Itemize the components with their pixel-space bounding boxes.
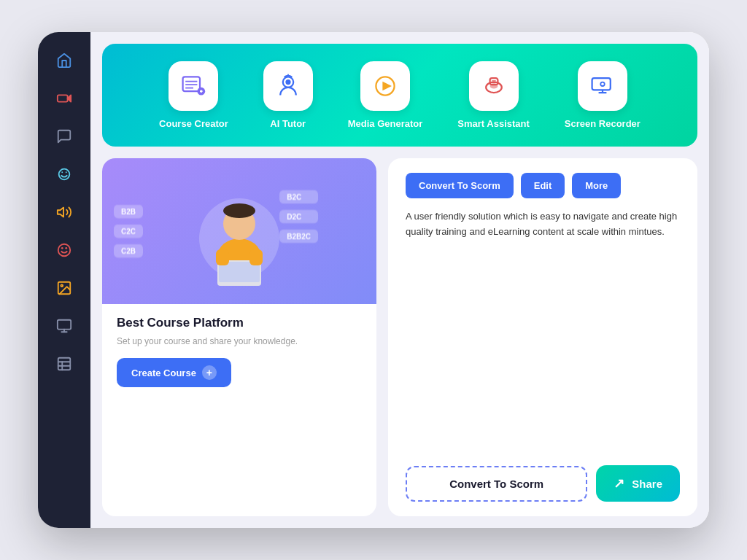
card-body: Best Course Platform Set up your course … [102, 304, 376, 516]
description-text: A user friendly solution which is easy t… [406, 209, 680, 240]
top-banner: Course Creator AI Tutor [102, 44, 697, 147]
screen-recorder-label: Screen Recorder [565, 118, 640, 129]
svg-point-26 [285, 79, 290, 85]
card-subtitle: Set up your course and share your knowle… [117, 335, 362, 348]
create-course-button[interactable]: Create Course + [117, 358, 231, 387]
screen-recorder-icon-wrapper [578, 61, 627, 111]
main-content: Course Creator AI Tutor [90, 32, 709, 528]
svg-point-39 [601, 83, 604, 86]
sidebar-icon-home[interactable] [49, 45, 80, 76]
action-buttons: Convert To Scorm Edit More [406, 173, 680, 198]
sidebar-icon-bubble[interactable] [49, 159, 80, 190]
bottom-actions: Convert To Scorm ↗ Share [406, 465, 680, 502]
device-frame: Course Creator AI Tutor [38, 32, 709, 528]
sidebar-icon-audio[interactable] [49, 197, 80, 228]
media-generator-label: Media Generator [348, 118, 423, 129]
ai-tutor-icon-wrapper [263, 61, 313, 111]
create-course-label: Create Course [131, 368, 196, 378]
svg-rect-46 [216, 249, 229, 265]
tool-ai-tutor[interactable]: AI Tutor [263, 61, 313, 129]
tool-smart-assistant[interactable]: Smart Assistant [457, 61, 530, 129]
share-label: Share [632, 478, 662, 490]
edit-button[interactable]: Edit [521, 173, 565, 198]
course-creator-icon-wrapper [169, 61, 218, 111]
svg-point-43 [223, 203, 255, 218]
tool-course-creator[interactable]: Course Creator [159, 61, 228, 129]
tool-media-generator[interactable]: Media Generator [348, 61, 423, 129]
svg-point-10 [61, 284, 63, 287]
more-button[interactable]: More [572, 173, 621, 198]
smart-assistant-label: Smart Assistant [457, 118, 530, 129]
svg-rect-47 [249, 249, 263, 265]
sidebar-icon-monitor[interactable] [49, 311, 80, 341]
svg-point-6 [58, 244, 71, 257]
card-image: B2B C2C C2B B2C D2C B2B2C [102, 158, 376, 304]
person-illustration [188, 173, 290, 289]
ai-tutor-label: AI Tutor [270, 118, 306, 129]
tag-c2b: C2B [114, 244, 143, 258]
media-generator-icon-wrapper [360, 61, 410, 111]
sidebar-icon-chat[interactable] [49, 121, 80, 152]
smart-assistant-icon-wrapper [469, 61, 519, 111]
svg-rect-14 [58, 358, 71, 370]
course-creator-label: Course Creator [159, 118, 228, 129]
share-icon: ↗ [614, 475, 624, 491]
sidebar [38, 32, 90, 528]
convert-to-scorm-button[interactable]: Convert To Scorm [406, 173, 514, 198]
convert-scorm-outline-button[interactable]: Convert To Scorm [406, 466, 587, 502]
left-tags: B2B C2C C2B [114, 205, 143, 258]
sidebar-icon-image[interactable] [49, 273, 80, 303]
right-card: Convert To Scorm Edit More A user friend… [388, 158, 697, 516]
svg-marker-5 [58, 208, 63, 217]
sidebar-icon-table[interactable] [49, 349, 80, 379]
tag-b2b: B2B [114, 205, 143, 219]
tag-c2c: C2C [114, 225, 143, 238]
left-card: B2B C2C C2B B2C D2C B2B2C [102, 158, 376, 516]
svg-point-2 [59, 169, 70, 180]
sidebar-icon-video[interactable] [49, 83, 80, 114]
plus-icon: + [202, 365, 217, 380]
bottom-section: B2B C2C C2B B2C D2C B2B2C [102, 158, 697, 516]
svg-rect-0 [58, 95, 68, 101]
svg-marker-29 [382, 82, 392, 91]
tool-screen-recorder[interactable]: Screen Recorder [565, 61, 640, 129]
sidebar-icon-face[interactable] [49, 235, 80, 265]
share-button[interactable]: ↗ Share [596, 465, 680, 502]
card-title: Best Course Platform [117, 316, 362, 330]
svg-rect-11 [58, 320, 71, 330]
